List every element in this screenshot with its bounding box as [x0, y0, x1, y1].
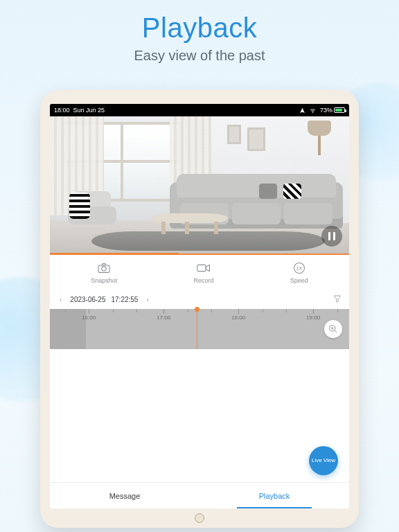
- timeline-zoom-in-button[interactable]: [324, 320, 342, 338]
- selected-date[interactable]: 2023-06-25: [70, 296, 105, 303]
- timeline-scrubber[interactable]: 16:00 17:00 18:00 19:00: [50, 309, 349, 349]
- video-frame-scene: [50, 116, 349, 254]
- svg-line-5: [335, 330, 337, 333]
- live-view-button[interactable]: Live View: [309, 446, 338, 475]
- page-title: Playback: [0, 12, 399, 44]
- svg-point-1: [102, 267, 106, 271]
- timeline-ticks: 16:00 17:00 18:00 19:00: [50, 309, 349, 349]
- tablet-home-button[interactable]: [195, 513, 204, 523]
- page-subtitle: Easy view of the past: [0, 48, 399, 64]
- snapshot-label: Snapshot: [91, 277, 117, 284]
- filter-button[interactable]: [332, 294, 342, 305]
- snapshot-button[interactable]: Snapshot: [91, 262, 117, 284]
- next-day-button[interactable]: ›: [143, 296, 151, 303]
- selected-time: 17:22:55: [112, 296, 139, 303]
- battery-percent: 73%: [320, 107, 332, 114]
- status-date: Sun Jun 25: [73, 107, 105, 114]
- svg-rect-2: [197, 265, 206, 271]
- status-bar: 18:00 Sun Jun 25 73%: [50, 104, 349, 116]
- tab-message[interactable]: Message: [50, 483, 200, 508]
- prev-day-button[interactable]: ‹: [57, 296, 64, 303]
- playback-video[interactable]: [50, 116, 349, 255]
- tablet-frame: 18:00 Sun Jun 25 73%: [40, 90, 359, 528]
- status-time: 18:00: [54, 107, 70, 114]
- speed-button[interactable]: 1X Speed: [290, 262, 308, 284]
- video-progress: [50, 253, 179, 254]
- location-icon: [299, 107, 305, 114]
- record-button[interactable]: Record: [193, 262, 213, 284]
- battery-indicator: 73%: [320, 107, 345, 114]
- speed-label: Speed: [290, 277, 308, 284]
- pause-button[interactable]: [321, 226, 342, 247]
- speed-icon: 1X: [292, 262, 306, 274]
- camera-icon: [97, 262, 111, 274]
- record-label: Record: [193, 277, 213, 284]
- video-icon: [197, 262, 211, 274]
- wifi-icon: [309, 107, 317, 114]
- timeline-playhead[interactable]: [197, 309, 197, 349]
- tab-playback[interactable]: Playback: [200, 483, 349, 508]
